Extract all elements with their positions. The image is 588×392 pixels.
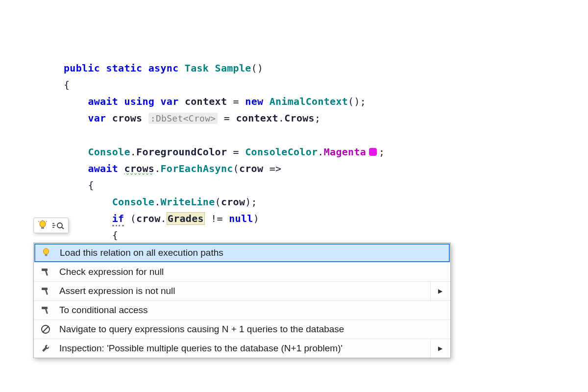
menu-item-check-null[interactable]: Check expression for null [34,263,450,281]
menu-item-label: Assert expression is not null [59,286,431,296]
menu-item-label: Navigate to query expressions causing N … [59,324,445,335]
svg-rect-14 [45,308,48,314]
code-line: await crows.ForEachAsync(crow => [64,163,281,175]
code-line: { [64,229,118,241]
code-line: var crows :DbSet<Crow> = context.Crows; [64,112,320,124]
navigate-icon [39,324,52,334]
menu-item-label: To conditional access [59,305,445,316]
hammer-icon [39,305,52,315]
svg-rect-13 [42,307,48,309]
menu-item-label: Load this relation on all execution path… [60,247,445,258]
svg-point-5 [57,223,62,228]
code-line: if (crow.Grades != null) [64,212,259,226]
svg-line-6 [62,227,64,229]
svg-rect-1 [41,227,44,229]
hammer-icon [39,286,52,296]
code-line: await using var context = new AnimalCont… [64,96,366,107]
chevron-right-icon: ▶ [438,288,445,294]
wrench-icon [39,343,52,353]
menu-item-inspection-n1[interactable]: Inspection: 'Possible multiple queries t… [34,339,450,358]
svg-rect-8 [45,254,48,256]
svg-rect-11 [42,288,48,290]
code-editor[interactable]: public static async Task Sample() { awai… [0,0,588,260]
bulb-icon [38,220,48,231]
brace-open: { [64,79,70,91]
menu-item-navigate-n1[interactable]: Navigate to query expressions causing N … [34,319,450,339]
divider [430,282,431,300]
dropdown-chevron-icon [52,221,64,229]
svg-line-16 [43,326,49,332]
quick-actions-button[interactable] [33,218,69,233]
quick-actions-menu: Load this relation on all execution path… [33,243,451,358]
divider [430,339,431,358]
menu-item-conditional-access[interactable]: To conditional access [34,300,450,319]
code-line: public static async Task Sample() [64,62,263,74]
type-hint: :DbSet<Crow> [148,113,218,124]
chevron-right-icon: ▶ [438,345,445,352]
svg-point-0 [40,221,46,227]
menu-item-label: Check expression for null [59,267,445,277]
menu-item-assert-not-null[interactable]: Assert expression is not null ▶ [34,281,450,300]
menu-item-load-relation[interactable]: Load this relation on all execution path… [34,244,450,262]
svg-rect-9 [42,269,48,271]
svg-rect-10 [45,270,48,275]
bulb-icon [39,248,53,258]
code-line: Console.ForegroundColor = ConsoleColor.M… [64,146,385,158]
hammer-icon [39,267,52,277]
code-line: Console.WriteLine(crow); [64,196,257,208]
menu-item-label: Inspection: 'Possible multiple queries t… [59,343,431,354]
code-line: { [64,179,94,191]
svg-point-7 [44,248,49,254]
color-swatch-icon [369,148,377,156]
svg-rect-12 [45,289,48,294]
